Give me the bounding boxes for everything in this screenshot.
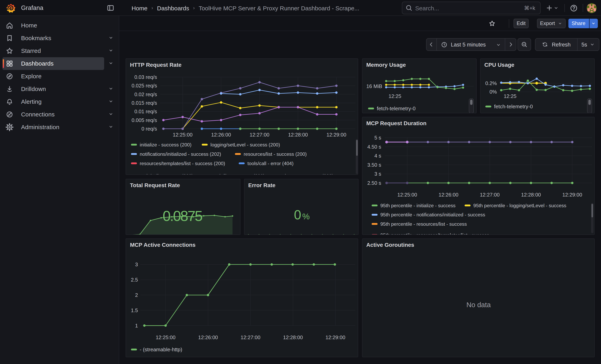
svg-text:3 s: 3 s [374, 171, 381, 177]
svg-text:3.50 s: 3.50 s [367, 162, 381, 168]
svg-text:tools/call - success (200): tools/call - success (200) [140, 173, 193, 175]
svg-text:12:26:00: 12:26:00 [198, 334, 218, 340]
svg-text:95th percentile - logging/setL: 95th percentile - logging/setLevel - suc… [473, 203, 566, 208]
svg-text:12:25: 12:25 [388, 93, 401, 99]
svg-text:95th percentile - resources/te: 95th percentile - resources/templates/li… [380, 232, 489, 235]
svg-text:tools/list - success (200): tools/list - success (200) [213, 173, 265, 175]
svg-text:12:29:00: 12:29:00 [327, 132, 346, 138]
svg-text:12:28:00: 12:28:00 [283, 334, 303, 340]
svg-text:12:26:00: 12:26:00 [211, 132, 231, 138]
svg-text:12:27:00: 12:27:00 [241, 334, 260, 340]
svg-text:12:25:00: 12:25:00 [156, 334, 175, 340]
svg-text:notifications/initialized - su: notifications/initialized - success (202… [140, 151, 221, 157]
svg-text:0 req/s: 0 req/s [141, 126, 157, 132]
svg-text:0%: 0% [489, 89, 497, 95]
svg-text:5 s: 5 s [374, 135, 381, 140]
svg-text:12:28:00: 12:28:00 [288, 132, 308, 138]
svg-text:12:29:00: 12:29:00 [326, 334, 345, 340]
svg-text:0.005 req/s: 0.005 req/s [131, 118, 157, 123]
svg-text:1: 1 [135, 323, 138, 328]
svg-text:0.015 req/s: 0.015 req/s [131, 100, 157, 106]
svg-text:12:25:00: 12:25:00 [173, 132, 193, 138]
svg-text:12:29:00: 12:29:00 [562, 192, 582, 197]
svg-text:2.50 s: 2.50 s [367, 180, 381, 186]
svg-text:0.2%: 0.2% [485, 80, 497, 86]
svg-text:- (streamable-http): - (streamable-http) [140, 346, 182, 352]
svg-text:0.0875: 0.0875 [163, 208, 203, 224]
svg-text:resources/list - success (200): resources/list - success (200) [244, 151, 307, 157]
svg-text:initialize - success (200): initialize - success (200) [140, 142, 191, 148]
svg-text:95th percentile - initialize -: 95th percentile - initialize - success [380, 203, 455, 208]
svg-text:0.01 req/s: 0.01 req/s [134, 109, 157, 114]
svg-text:95th percentile - resources/li: 95th percentile - resources/list - succe… [380, 221, 467, 227]
svg-text:12:25:00: 12:25:00 [397, 192, 417, 197]
svg-text:fetch-telemetry-0: fetch-telemetry-0 [494, 104, 533, 109]
svg-text:12:27:00: 12:27:00 [480, 192, 500, 197]
svg-text:0.025 req/s: 0.025 req/s [131, 83, 157, 89]
svg-text:12:28:00: 12:28:00 [521, 192, 541, 197]
svg-text:4 s: 4 s [374, 153, 381, 158]
svg-text:0.03 req/s: 0.03 req/s [134, 74, 157, 80]
svg-text:12:26:00: 12:26:00 [438, 192, 458, 197]
svg-text:16 MiB: 16 MiB [366, 83, 382, 89]
svg-text:2: 2 [135, 292, 138, 298]
svg-text:unknown - success (200): unknown - success (200) [280, 173, 333, 175]
svg-text:2.5: 2.5 [131, 277, 138, 282]
svg-text:fetch-telemetry-0: fetch-telemetry-0 [377, 106, 415, 111]
svg-text:logging/setLevel - success (20: logging/setLevel - success (200) [210, 142, 280, 148]
svg-text:resources/templates/list - suc: resources/templates/list - success (200) [140, 161, 225, 166]
svg-text:3: 3 [135, 261, 138, 267]
svg-text:4.50 s: 4.50 s [367, 144, 381, 150]
svg-text:95th percentile - notification: 95th percentile - notifications/initiali… [380, 212, 485, 217]
svg-text:12:27:00: 12:27:00 [250, 132, 270, 138]
svg-text:0.02 req/s: 0.02 req/s [134, 92, 157, 97]
svg-text:tools/call - error (404): tools/call - error (404) [247, 161, 293, 166]
svg-text:12:25: 12:25 [503, 93, 516, 99]
svg-text:0%: 0% [294, 207, 310, 222]
svg-text:1.5: 1.5 [131, 307, 138, 313]
